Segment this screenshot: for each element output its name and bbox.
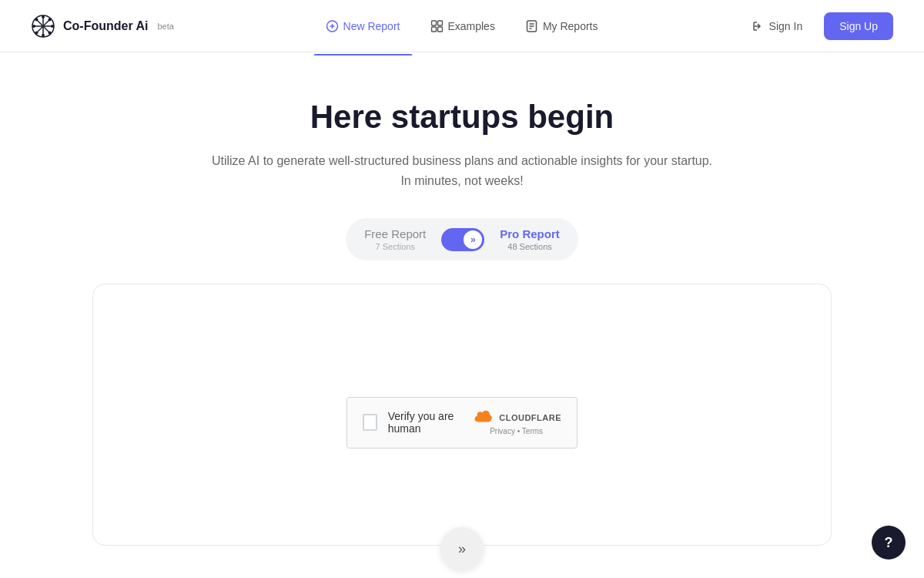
toggle-arrows-icon: »: [470, 234, 476, 245]
svg-rect-19: [437, 27, 442, 32]
next-button-wrapper: »: [440, 527, 484, 570]
svg-point-6: [42, 34, 45, 37]
cloudflare-cloud-icon: [471, 410, 496, 425]
plus-circle-icon: [326, 20, 339, 32]
pro-label-report: Report: [522, 227, 559, 240]
svg-point-12: [35, 31, 38, 34]
cloudflare-logo: CLOUDFLARE: [471, 410, 561, 425]
report-type-toggle[interactable]: Free Report 7 Sections » Pro Report 48 S…: [346, 218, 578, 260]
header: Co-Founder Ai beta New Report Examples: [0, 0, 924, 52]
svg-point-7: [32, 25, 35, 28]
free-report-label: Free Report: [364, 227, 426, 240]
svg-rect-16: [431, 21, 436, 25]
nav-new-report-label: New Report: [343, 20, 400, 32]
svg-point-11: [49, 18, 52, 21]
next-button[interactable]: »: [440, 527, 484, 570]
hero-subtitle: Utilize AI to generate well-structured b…: [212, 151, 712, 190]
help-button[interactable]: ?: [872, 526, 906, 560]
svg-rect-18: [431, 27, 436, 32]
svg-point-10: [49, 31, 52, 34]
captcha-right: CLOUDFLARE Privacy • Terms: [471, 410, 561, 435]
nav-my-reports[interactable]: My Reports: [514, 14, 611, 39]
logo-icon: [31, 14, 55, 39]
toggle-knob: »: [464, 230, 482, 249]
hero-title: Here startups begin: [310, 99, 614, 136]
nav-examples-label: Examples: [447, 20, 494, 32]
sign-in-icon: [752, 20, 765, 32]
help-icon: ?: [885, 535, 893, 551]
document-icon: [526, 20, 538, 32]
hero-subtitle-line1: Utilize AI to generate well-structured b…: [212, 154, 712, 167]
toggle-switch[interactable]: »: [441, 228, 484, 251]
svg-rect-17: [437, 21, 442, 25]
nav-examples[interactable]: Examples: [418, 14, 507, 39]
grid-icon: [430, 20, 443, 32]
sign-in-label: Sign In: [769, 20, 803, 32]
captcha-checkbox[interactable]: [363, 414, 377, 431]
captcha-widget[interactable]: Verify you are human CLOUDFLARE Privacy …: [346, 397, 578, 449]
sign-in-button[interactable]: Sign In: [743, 14, 812, 39]
main-content: Here startups begin Utilize AI to genera…: [0, 52, 924, 578]
captcha-terms-link[interactable]: Terms: [522, 427, 543, 435]
beta-badge: beta: [158, 22, 174, 31]
captcha-text: Verify you are human: [388, 410, 471, 435]
captcha-left: Verify you are human: [363, 410, 471, 435]
captcha-privacy-link[interactable]: Privacy: [490, 427, 515, 435]
main-card: Verify you are human CLOUDFLARE Privacy …: [92, 284, 832, 546]
free-report-sections: 7 Sections: [376, 242, 415, 251]
captcha-links: Privacy • Terms: [490, 427, 543, 435]
main-nav: New Report Examples My Reports: [314, 14, 611, 39]
pro-label-highlight: Pro: [500, 227, 519, 240]
svg-point-5: [42, 15, 45, 18]
free-report-option: Free Report 7 Sections: [364, 227, 426, 251]
pro-report-sections: 48 Sections: [507, 242, 551, 251]
header-actions: Sign In Sign Up: [743, 12, 893, 40]
svg-point-9: [35, 18, 38, 21]
nav-my-reports-label: My Reports: [543, 20, 598, 32]
pro-report-option: Pro Report 48 Sections: [500, 227, 560, 251]
sign-up-button[interactable]: Sign Up: [824, 12, 893, 40]
pro-report-label: Pro Report: [500, 227, 560, 240]
app-name: Co-Founder Ai: [63, 19, 149, 33]
svg-point-8: [51, 25, 54, 28]
logo-area: Co-Founder Ai beta: [31, 14, 174, 39]
hero-subtitle-line2: In minutes, not weeks!: [400, 174, 523, 187]
cloudflare-brand: CLOUDFLARE: [499, 413, 561, 422]
nav-new-report[interactable]: New Report: [314, 14, 413, 39]
